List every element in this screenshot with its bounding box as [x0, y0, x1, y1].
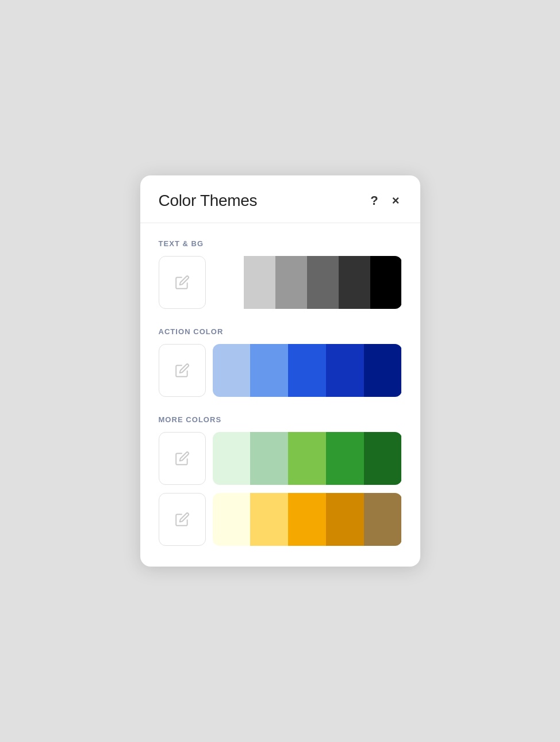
more-colors-label: MORE COLORS — [159, 415, 402, 424]
header-actions: ? × — [368, 193, 401, 208]
color-swatch — [250, 432, 288, 485]
more-colors-greens-row — [159, 432, 402, 485]
color-swatch — [213, 256, 244, 309]
more-colors-greens-edit-button[interactable] — [159, 432, 206, 485]
pencil-icon — [175, 512, 190, 527]
action-color-edit-button[interactable] — [159, 344, 206, 397]
color-swatch — [244, 256, 275, 309]
color-swatch — [213, 432, 251, 485]
more-colors-section: MORE COLORS — [159, 415, 402, 546]
close-button[interactable]: × — [390, 193, 402, 208]
more-colors-yellows-edit-button[interactable] — [159, 493, 206, 546]
dialog-body: TEXT & BG ACTI — [140, 223, 420, 567]
color-swatch — [370, 256, 402, 309]
color-swatch — [250, 344, 288, 397]
color-swatch — [288, 344, 326, 397]
help-button[interactable]: ? — [368, 193, 380, 208]
color-swatch — [250, 493, 288, 546]
color-swatch — [307, 256, 339, 309]
color-swatch — [326, 493, 364, 546]
text-bg-palette — [213, 256, 402, 309]
color-swatch — [326, 432, 364, 485]
color-swatch — [213, 493, 251, 546]
more-colors-yellows-row — [159, 493, 402, 546]
color-swatch — [288, 493, 326, 546]
color-swatch — [339, 256, 370, 309]
action-color-palette — [213, 344, 402, 397]
pencil-icon — [175, 451, 190, 466]
color-swatch — [275, 256, 307, 309]
dialog-title: Color Themes — [159, 192, 258, 210]
color-swatch — [364, 493, 402, 546]
pencil-icon — [175, 363, 190, 378]
text-bg-label: TEXT & BG — [159, 239, 402, 248]
dialog-header: Color Themes ? × — [140, 175, 420, 223]
text-bg-section: TEXT & BG — [159, 239, 402, 309]
pencil-icon — [175, 275, 190, 290]
action-color-row — [159, 344, 402, 397]
action-color-label: ACTION COLOR — [159, 327, 402, 336]
color-swatch — [364, 432, 402, 485]
more-colors-greens-palette — [213, 432, 402, 485]
text-bg-row — [159, 256, 402, 309]
color-swatch — [288, 432, 326, 485]
color-swatch — [213, 344, 251, 397]
color-themes-dialog: Color Themes ? × TEXT & BG — [140, 175, 420, 567]
color-swatch — [326, 344, 364, 397]
color-swatch — [364, 344, 402, 397]
more-colors-yellows-palette — [213, 493, 402, 546]
action-color-section: ACTION COLOR — [159, 327, 402, 397]
text-bg-edit-button[interactable] — [159, 256, 206, 309]
